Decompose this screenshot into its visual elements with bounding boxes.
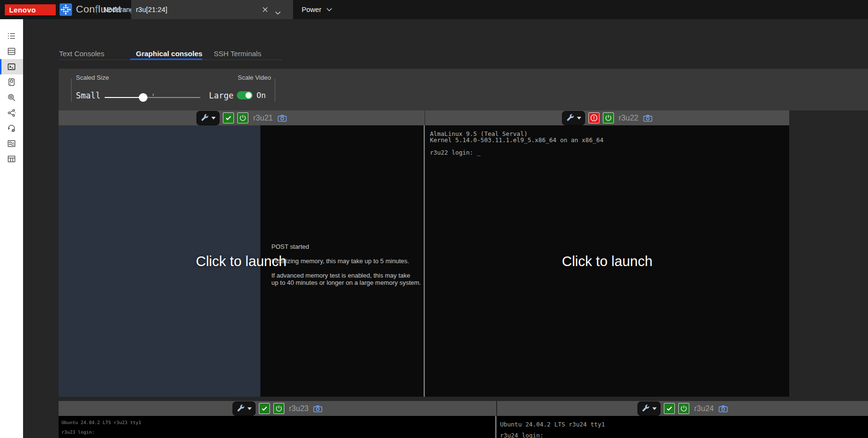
console-header: r3u22 — [425, 110, 789, 125]
node-name: r3u21 — [253, 114, 273, 122]
screenshot-camera-icon[interactable] — [313, 405, 322, 413]
console-tile-r3u22: r3u22 AlmaLinux 9.5 (Teal Serval) Kernel… — [425, 110, 789, 125]
console-screen-r3u23[interactable]: Ubuntu 24.04.2 LTS r3u23 tty1 r3u23 logi… — [59, 416, 496, 438]
terminal-text: Ubuntu 24.04.2 LTS r3u23 tty1 r3u23 logi… — [61, 420, 141, 435]
lenovo-logo: Lenovo — [5, 4, 56, 15]
power-state-button[interactable] — [603, 112, 614, 123]
caret-down-icon — [577, 117, 581, 120]
wrench-icon — [566, 113, 575, 122]
health-critical-button[interactable] — [588, 112, 599, 123]
health-ok-button[interactable] — [259, 403, 270, 414]
active-tab-indicator — [130, 59, 202, 60]
scaled-size-label: Scaled Size — [76, 74, 109, 81]
sidebar-item-list-icon[interactable] — [0, 28, 23, 44]
caret-down-icon — [211, 117, 216, 120]
sidebar-item-network-icon[interactable] — [0, 105, 23, 121]
console-screen-r3u22[interactable]: AlmaLinux 9.5 (Teal Serval) Kernel 5.14.… — [425, 125, 789, 397]
tab-ssh-terminals[interactable]: SSH Terminals — [214, 49, 261, 58]
console-tile-r3u23: r3u23 Ubuntu 24.04.2 LTS r3u23 tty1 r3u2… — [59, 401, 496, 416]
top-bar: Lenovo Confluent Noderange r3u[21:24] — [0, 0, 868, 19]
console-tile-r3u24: r3u24 Ubuntu 24.04.2 LTS r3u24 tty1 r3u2… — [497, 401, 868, 416]
chevron-down-icon — [326, 8, 332, 12]
toggle-knob — [245, 92, 252, 98]
check-icon — [225, 114, 232, 122]
console-header: r3u23 — [59, 401, 496, 416]
check-icon — [261, 405, 268, 412]
scale-video-state: On — [257, 91, 266, 100]
console-actions-button[interactable] — [196, 111, 220, 125]
terminal-text: AlmaLinux 9.5 (Teal Serval) Kernel 5.14.… — [430, 131, 603, 156]
chevron-down-icon[interactable] — [275, 8, 281, 17]
console-header: r3u21 — [59, 110, 425, 125]
noderange-tab[interactable]: r3u[21:24] — [131, 0, 293, 19]
side-nav — [0, 19, 23, 438]
power-state-button[interactable] — [237, 112, 248, 123]
scale-video-toggle[interactable] — [237, 91, 253, 99]
click-to-launch-overlay[interactable]: Click to launch — [59, 253, 424, 269]
topbar-divider — [97, 5, 97, 14]
screenshot-camera-icon[interactable] — [719, 405, 728, 413]
terminal-text: Ubuntu 24.04.2 LTS r3u24 tty1 r3u24 logi… — [500, 422, 605, 438]
slider-thumb[interactable] — [139, 93, 147, 102]
power-state-button[interactable] — [273, 403, 284, 414]
power-menu-label: Power — [302, 6, 321, 13]
console-actions-button[interactable] — [562, 111, 585, 125]
sidebar-item-layers-icon[interactable] — [0, 136, 23, 151]
node-name: r3u24 — [694, 404, 714, 413]
console-tile-r3u21: r3u21 POST started Initializing memory, … — [59, 110, 425, 125]
sidebar-item-search-icon[interactable] — [0, 90, 23, 105]
health-ok-button[interactable] — [664, 403, 675, 414]
check-icon — [666, 405, 673, 412]
sidebar-item-storage-icon[interactable] — [0, 74, 23, 90]
sidebar-item-grid-icon[interactable] — [0, 151, 23, 167]
slider-tick — [153, 94, 154, 96]
power-menu-button[interactable]: Power — [302, 0, 332, 19]
sidebar-item-console-icon[interactable] — [0, 59, 23, 74]
sidebar-item-stack-icon[interactable] — [0, 44, 23, 59]
controls-divider — [71, 79, 72, 102]
screenshot-camera-icon[interactable] — [278, 114, 287, 122]
console-header: r3u24 — [497, 401, 868, 416]
slider-min-label: Small — [76, 91, 100, 100]
power-icon — [239, 114, 246, 122]
console-screen-r3u24[interactable]: Ubuntu 24.04.2 LTS r3u24 tty1 r3u24 logi… — [497, 416, 868, 438]
console-actions-button[interactable] — [637, 402, 660, 416]
wrench-icon — [236, 404, 245, 413]
console-screen-r3u21[interactable]: POST started Initializing memory, this m… — [59, 125, 425, 397]
scale-video-label: Scale Video — [238, 74, 271, 81]
power-icon — [605, 114, 612, 122]
tab-graphical-consoles[interactable]: Graphical consoles — [136, 49, 202, 58]
power-state-button[interactable] — [678, 403, 689, 414]
wrench-icon — [641, 404, 650, 413]
stop-error-icon — [590, 114, 598, 122]
tab-text-consoles[interactable]: Text Consoles — [59, 49, 104, 58]
power-icon — [275, 405, 282, 412]
screenshot-camera-icon[interactable] — [643, 114, 652, 122]
click-to-launch-overlay[interactable]: Click to launch — [425, 253, 789, 269]
confluent-logo-icon — [60, 3, 72, 16]
node-name: r3u22 — [619, 114, 638, 122]
slider-max-label: Large — [209, 91, 233, 100]
slider-fill — [105, 97, 143, 98]
console-controls-panel: Scaled Size Small Large Scale Video On — [59, 69, 868, 110]
close-icon[interactable] — [262, 6, 269, 13]
node-name: r3u23 — [289, 404, 309, 413]
health-ok-button[interactable] — [223, 112, 234, 123]
sidebar-item-history-icon[interactable] — [0, 121, 23, 136]
noderange-value: r3u[21:24] — [136, 6, 167, 13]
power-icon — [680, 405, 687, 412]
caret-down-icon — [247, 407, 252, 410]
console-actions-button[interactable] — [232, 402, 256, 416]
wrench-icon — [200, 113, 209, 122]
app-window: Lenovo Confluent Noderange r3u[21:24] — [0, 0, 868, 438]
caret-down-icon — [652, 407, 657, 410]
controls-divider — [275, 79, 275, 102]
